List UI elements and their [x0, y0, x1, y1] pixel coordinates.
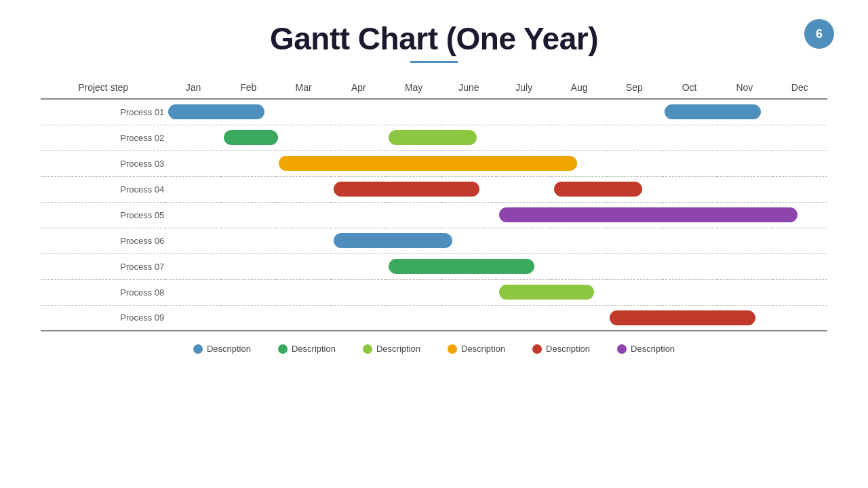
- legend-dot-5: [532, 344, 542, 354]
- p04-mar: [276, 176, 331, 202]
- p09-may: [386, 305, 441, 331]
- header-july: July: [496, 77, 551, 99]
- row-process-01: Process 01: [41, 99, 827, 125]
- legend: Description Description Description Desc…: [41, 344, 827, 354]
- p02-jul: [496, 125, 551, 150]
- p06-feb: [221, 228, 276, 253]
- page-badge: 6: [804, 19, 834, 49]
- row-process-04: Process 04: [41, 176, 827, 202]
- p03-feb: [221, 150, 276, 176]
- p03-mar: [276, 150, 331, 176]
- header-sep: Sep: [607, 77, 662, 99]
- process-04-label: Process 04: [41, 176, 165, 202]
- header-aug: Aug: [551, 77, 606, 99]
- p06-dec: [772, 228, 827, 253]
- title-area: Gantt Chart (One Year): [41, 20, 827, 63]
- p04-aug: [551, 176, 606, 202]
- bar-p09: [610, 310, 755, 325]
- process-02-label: Process 02: [41, 125, 165, 150]
- legend-item-4: Description: [448, 344, 505, 354]
- p06-jul: [496, 228, 551, 253]
- p01-dec: [772, 99, 827, 125]
- p09-sep: [607, 305, 662, 331]
- p05-jan: [165, 202, 220, 228]
- bar-p06: [334, 233, 452, 248]
- p04-apr: [331, 176, 386, 202]
- process-08-label: Process 08: [41, 279, 165, 305]
- bar-p05: [499, 207, 797, 222]
- p02-aug: [551, 125, 606, 150]
- legend-dot-2: [278, 344, 288, 354]
- p01-jul: [496, 99, 551, 125]
- legend-label-2: Description: [292, 344, 336, 354]
- p02-oct: [662, 125, 717, 150]
- row-process-08: Process 08: [41, 279, 827, 305]
- chart-container: Project step Jan Feb Mar Apr May June Ju…: [41, 77, 827, 331]
- header-nov: Nov: [717, 77, 772, 99]
- p02-apr: [331, 125, 386, 150]
- p08-sep: [607, 279, 662, 305]
- legend-item-6: Description: [617, 344, 675, 354]
- p01-mar: [276, 99, 331, 125]
- p08-jun: [441, 279, 496, 305]
- bar-p02-1: [224, 130, 278, 145]
- p07-nov: [717, 253, 772, 279]
- bar-p08: [499, 285, 594, 300]
- p03-dec: [772, 150, 827, 176]
- p02-may: [386, 125, 441, 150]
- legend-label-5: Description: [546, 344, 590, 354]
- p09-mar: [276, 305, 331, 331]
- p07-oct: [662, 253, 717, 279]
- header-may: May: [386, 77, 441, 99]
- legend-dot-1: [193, 344, 203, 354]
- p02-mar: [276, 125, 331, 150]
- p01-jun: [441, 99, 496, 125]
- p09-aug: [551, 305, 606, 331]
- p01-oct: [662, 99, 717, 125]
- header-dec: Dec: [772, 77, 827, 99]
- header-mar: Mar: [276, 77, 331, 99]
- p04-jul: [496, 176, 551, 202]
- legend-item-1: Description: [193, 344, 251, 354]
- p04-nov: [717, 176, 772, 202]
- p02-jan: [165, 125, 220, 150]
- header-jan: Jan: [165, 77, 220, 99]
- p06-nov: [717, 228, 772, 253]
- p07-jan: [165, 253, 220, 279]
- bar-p03: [279, 156, 577, 171]
- process-03-label: Process 03: [41, 150, 165, 176]
- bar-p04-1: [334, 182, 479, 197]
- p04-oct: [662, 176, 717, 202]
- p08-nov: [717, 279, 772, 305]
- bar-p04-2: [554, 182, 642, 197]
- p03-jan: [165, 150, 220, 176]
- p06-mar: [276, 228, 331, 253]
- legend-label-6: Description: [631, 344, 675, 354]
- header-row: Project step Jan Feb Mar Apr May June Ju…: [41, 77, 827, 99]
- title-underline: [410, 61, 458, 63]
- p01-sep: [607, 99, 662, 125]
- p07-mar: [276, 253, 331, 279]
- p08-may: [386, 279, 441, 305]
- p04-feb: [221, 176, 276, 202]
- process-01-label: Process 01: [41, 99, 165, 125]
- bar-p02-2: [389, 130, 477, 145]
- process-09-label: Process 09: [41, 305, 165, 331]
- p08-jul: [496, 279, 551, 305]
- p08-oct: [662, 279, 717, 305]
- page-number: 6: [816, 27, 823, 41]
- p06-oct: [662, 228, 717, 253]
- legend-dot-4: [448, 344, 457, 354]
- p08-jan: [165, 279, 220, 305]
- process-07-label: Process 07: [41, 253, 165, 279]
- legend-label-3: Description: [376, 344, 420, 354]
- p09-jan: [165, 305, 220, 331]
- p05-mar: [276, 202, 331, 228]
- p01-may: [386, 99, 441, 125]
- p09-jun: [441, 305, 496, 331]
- p04-dec: [772, 176, 827, 202]
- p06-sep: [607, 228, 662, 253]
- row-process-09: Process 09: [41, 305, 827, 331]
- p01-apr: [331, 99, 386, 125]
- p07-may: [386, 253, 441, 279]
